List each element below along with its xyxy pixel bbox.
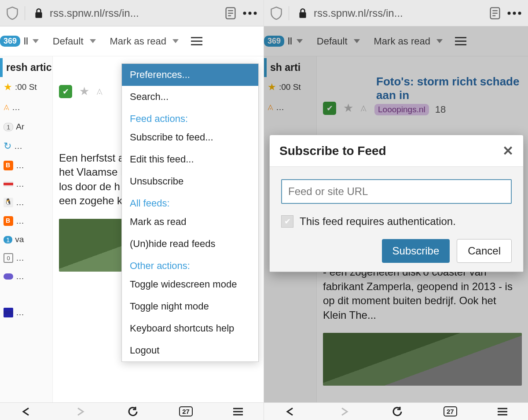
menu-item-preferences[interactable]: Preferences...	[122, 64, 258, 86]
browser-address-bar: rss.spnw.nl/rss/in...	[264, 0, 528, 26]
lock-icon[interactable]	[298, 7, 308, 19]
svg-point-7	[254, 11, 257, 15]
forward-icon[interactable]	[337, 406, 352, 417]
modal-body: ✔ This feed requires authentication. Sub…	[270, 167, 523, 272]
lock-icon[interactable]	[34, 7, 44, 19]
sidebar-item-starred[interactable]: ★ :00 St	[0, 77, 52, 97]
sidebar-item-history[interactable]: ↻ …	[0, 136, 52, 156]
chevron-down-icon[interactable]	[33, 39, 39, 43]
subscribe-modal: Subscribe to Feed ✕ ✔ This feed requires…	[269, 135, 524, 272]
flag-icon	[4, 181, 13, 187]
bars-icon	[4, 308, 13, 317]
sidebar-item-label: …	[16, 179, 24, 189]
sidebar-item-label: Ar	[16, 122, 24, 132]
sidebar-item-cloud[interactable]: …	[0, 267, 52, 286]
sidebar-item-label: …	[16, 253, 24, 263]
chevron-down-icon	[90, 39, 96, 43]
rss-icon: ⟑	[4, 102, 9, 113]
address-divider	[289, 6, 289, 20]
sidebar-item-feed2[interactable]: …	[0, 175, 52, 193]
sidebar-item-label: …	[16, 308, 24, 317]
menu-item-logout[interactable]: Logout	[122, 339, 258, 361]
browser-menu-icon[interactable]	[497, 407, 508, 416]
shield-icon[interactable]	[270, 7, 282, 20]
menu-item-unhide[interactable]: (Un)hide read feeds	[122, 233, 258, 255]
blogger-icon	[4, 161, 13, 170]
tabs-icon[interactable]: 27	[444, 406, 457, 416]
browser-menu-icon[interactable]	[242, 11, 257, 15]
history-icon: ↻	[4, 140, 11, 152]
box-icon: 0	[4, 253, 13, 263]
svg-point-17	[513, 11, 516, 15]
sidebar-item-label: …	[16, 216, 24, 226]
cancel-button[interactable]: Cancel	[457, 239, 512, 263]
browser-menu-icon[interactable]	[232, 407, 244, 416]
mark-read-check-icon[interactable]: ✔	[59, 85, 72, 98]
star-icon[interactable]: ★	[79, 85, 89, 98]
svg-point-6	[249, 11, 252, 15]
blogger-icon	[4, 216, 13, 226]
browser-bottom-nav: 27	[0, 402, 264, 420]
menu-section-other: Other actions:	[122, 255, 258, 273]
menu-item-shortcuts[interactable]: Keyboard shortcuts help	[122, 317, 258, 339]
count-badge: 1	[4, 236, 12, 243]
left-pane: rss.spnw.nl/rss/in... 369 ll Default Mar…	[0, 0, 264, 420]
unread-count-badge[interactable]: 369	[0, 36, 20, 47]
svg-point-5	[243, 11, 246, 15]
url-text[interactable]: rss.spnw.nl/rss/in...	[50, 7, 219, 19]
sidebar-item-label: va	[15, 235, 24, 244]
menu-item-widescreen[interactable]: Toggle widescreen mode	[122, 273, 258, 295]
mark-read-label: Mark as read	[110, 36, 166, 47]
reader-mode-icon[interactable]	[489, 7, 501, 20]
svg-rect-0	[35, 12, 42, 18]
chevron-down-icon	[172, 39, 179, 43]
tabs-icon[interactable]: 27	[179, 406, 193, 416]
sidebar-item-tux[interactable]: …	[0, 193, 52, 212]
sidebar-item-feed[interactable]: ⟑ …	[0, 97, 52, 118]
url-text[interactable]: rss.spnw.nl/rss/in...	[314, 7, 483, 19]
reload-icon[interactable]	[392, 406, 404, 417]
right-pane: rss.spnw.nl/rss/in... 369 ll Default Mar…	[264, 0, 528, 420]
sidebar: resh artic ★ :00 St ⟑ … 1 Ar ↻ …	[0, 56, 53, 402]
shield-icon[interactable]	[6, 7, 18, 20]
star-icon: ★	[4, 81, 12, 93]
feed-filter-label: ll	[24, 36, 28, 47]
sidebar-item-blogger2[interactable]: …	[0, 212, 52, 230]
sidebar-item-vartaa[interactable]: 1 va	[0, 230, 52, 249]
address-divider	[25, 6, 25, 20]
sidebar-item-label: …	[16, 198, 24, 207]
reader-mode-icon[interactable]	[225, 7, 236, 20]
linux-icon	[4, 198, 13, 207]
menu-item-edit-feed[interactable]: Edit this feed...	[122, 148, 258, 170]
menu-item-search[interactable]: Search...	[122, 86, 258, 108]
sort-label: Default	[53, 36, 84, 47]
menu-item-mark-read[interactable]: Mark as read	[122, 211, 258, 233]
sidebar-item-fresh[interactable]: resh artic	[0, 58, 52, 77]
mark-read-dropdown[interactable]: Mark as read	[110, 36, 179, 47]
reload-icon[interactable]	[127, 406, 139, 417]
sort-dropdown[interactable]: Default	[53, 36, 96, 47]
hamburger-menu-icon[interactable]	[191, 37, 202, 45]
sidebar-item-label: …	[16, 272, 24, 281]
sidebar-item-zero[interactable]: 0 …	[0, 249, 52, 267]
feed-url-input[interactable]	[281, 179, 512, 204]
close-icon[interactable]: ✕	[502, 143, 513, 158]
browser-address-bar: rss.spnw.nl/rss/in...	[0, 0, 264, 26]
menu-item-unsubscribe[interactable]: Unsubscribe	[122, 170, 258, 192]
rss-icon[interactable]: ⟑	[96, 85, 103, 98]
back-icon[interactable]	[20, 406, 34, 417]
sidebar-item-label: :00 St	[15, 82, 37, 92]
menu-section-all-feeds: All feeds:	[122, 192, 258, 211]
sidebar-item-blogger[interactable]: …	[0, 156, 52, 175]
auth-checkbox[interactable]: ✔	[281, 215, 293, 228]
subscribe-button[interactable]: Subscribe	[382, 239, 450, 263]
modal-actions: Subscribe Cancel	[281, 239, 512, 263]
forward-icon[interactable]	[73, 406, 88, 417]
sidebar-item-bars[interactable]: …	[0, 303, 52, 322]
menu-item-night[interactable]: Toggle night mode	[122, 295, 258, 317]
modal-title: Subscribe to Feed	[279, 144, 386, 158]
back-icon[interactable]	[284, 406, 298, 417]
browser-menu-icon[interactable]	[507, 11, 522, 15]
menu-item-subscribe[interactable]: Subscribe to feed...	[122, 126, 258, 148]
sidebar-item-archived[interactable]: 1 Ar	[0, 118, 52, 136]
